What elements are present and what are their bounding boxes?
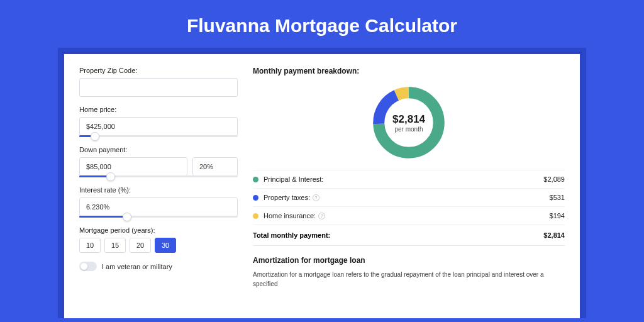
down-payment-slider[interactable] xyxy=(79,175,238,177)
interest-rate-slider[interactable] xyxy=(79,216,238,218)
zip-label: Property Zip Code: xyxy=(79,67,238,74)
donut-sub: per month xyxy=(394,126,423,133)
breakdown-title: Monthly payment breakdown: xyxy=(253,67,565,75)
info-icon[interactable]: ? xyxy=(313,194,319,201)
field-interest-rate: Interest rate (%): xyxy=(79,186,238,218)
down-payment-label: Down payment: xyxy=(79,146,238,153)
legend-value: $531 xyxy=(550,194,565,201)
donut-amount: $2,814 xyxy=(392,113,425,126)
home-price-slider[interactable] xyxy=(79,135,238,137)
field-home-price: Home price: xyxy=(79,106,238,137)
veteran-label: I am veteran or military xyxy=(102,263,172,270)
payment-donut-chart: $2,814 per month xyxy=(369,83,448,162)
legend: Principal & Interest:$2,089Property taxe… xyxy=(253,170,565,225)
field-down-payment: Down payment: xyxy=(79,146,238,177)
donut-container: $2,814 per month xyxy=(253,80,565,170)
legend-label: Home insurance: xyxy=(264,212,316,219)
slider-thumb[interactable] xyxy=(91,132,99,141)
info-icon[interactable]: ? xyxy=(318,213,325,219)
total-row: Total monthly payment: $2,814 xyxy=(253,225,565,246)
down-payment-pct-input[interactable] xyxy=(192,157,238,176)
legend-value: $194 xyxy=(550,212,565,219)
field-period: Mortgage period (years): 10152030 xyxy=(79,226,238,253)
amortization-section: Amortization for mortgage loan Amortizat… xyxy=(253,256,565,289)
total-label: Total monthly payment: xyxy=(253,231,330,239)
breakdown-panel: Monthly payment breakdown: $2,814 per mo… xyxy=(253,67,565,318)
form-panel: Property Zip Code: Home price: Down paym… xyxy=(79,67,238,318)
legend-row-insurance: Home insurance:?$194 xyxy=(253,207,565,225)
home-price-label: Home price: xyxy=(79,106,238,113)
donut-center: $2,814 per month xyxy=(369,83,448,162)
toggle-knob xyxy=(80,263,87,270)
interest-rate-input[interactable] xyxy=(79,197,238,216)
legend-dot xyxy=(253,195,258,201)
period-label: Mortgage period (years): xyxy=(79,226,238,234)
legend-row-principal: Principal & Interest:$2,089 xyxy=(253,170,565,189)
slider-thumb[interactable] xyxy=(123,213,131,221)
period-option-15[interactable]: 15 xyxy=(104,238,126,253)
veteran-toggle-row: I am veteran or military xyxy=(79,262,238,271)
legend-label: Property taxes: xyxy=(264,194,310,201)
down-payment-input[interactable] xyxy=(79,157,187,176)
field-zip: Property Zip Code: xyxy=(79,67,238,97)
period-options: 10152030 xyxy=(79,238,238,253)
legend-dot xyxy=(253,213,258,219)
period-option-10[interactable]: 10 xyxy=(79,238,101,253)
period-option-30[interactable]: 30 xyxy=(155,238,176,253)
calculator-card: Property Zip Code: Home price: Down paym… xyxy=(64,54,580,318)
total-value: $2,814 xyxy=(543,231,565,239)
veteran-toggle[interactable] xyxy=(79,262,97,271)
page-title: Fluvanna Mortgage Calculator xyxy=(0,0,644,48)
legend-dot xyxy=(253,177,258,182)
zip-input[interactable] xyxy=(79,78,238,97)
legend-label: Principal & Interest: xyxy=(264,175,323,183)
slider-thumb[interactable] xyxy=(106,172,115,181)
amort-text: Amortization for a mortgage loan refers … xyxy=(253,270,565,289)
legend-value: $2,089 xyxy=(543,175,565,183)
legend-row-taxes: Property taxes:?$531 xyxy=(253,189,565,207)
home-price-input[interactable] xyxy=(79,117,238,136)
interest-rate-label: Interest rate (%): xyxy=(79,186,238,194)
amort-title: Amortization for mortgage loan xyxy=(253,256,565,265)
card-container: Property Zip Code: Home price: Down paym… xyxy=(58,48,586,318)
period-option-20[interactable]: 20 xyxy=(130,238,151,253)
